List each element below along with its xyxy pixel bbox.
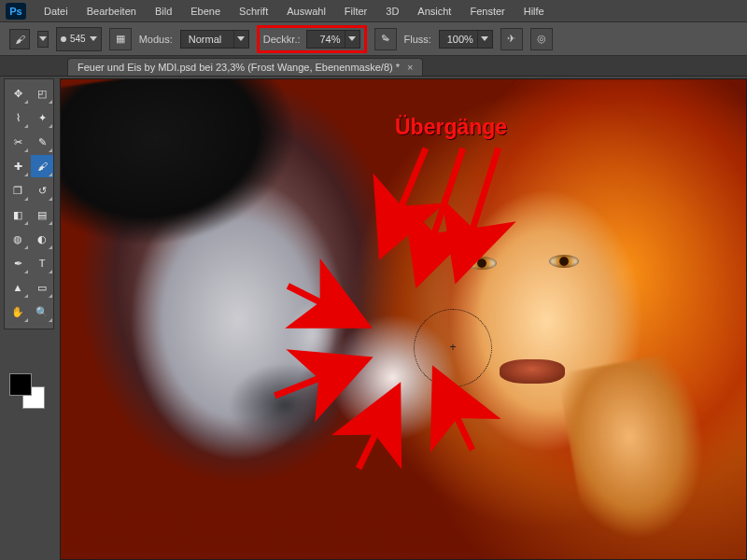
artwork-hand [557,348,737,558]
menu-view[interactable]: Ansicht [409,3,459,20]
mode-label: Modus: [139,34,173,45]
eraser-tool-icon: ◧ [13,209,22,221]
submenu-indicator-icon [49,124,52,128]
brush-panel-toggle[interactable]: ▦ [109,28,132,50]
artwork-eye [467,257,497,270]
submenu-indicator-icon [24,270,28,273]
pen-tool[interactable]: ✒ [7,252,29,274]
pressure-opacity-toggle[interactable]: ✎̶ [374,28,397,50]
chevron-down-icon [237,36,245,41]
blend-mode-combo[interactable]: Normal [180,30,249,49]
menu-window[interactable]: Fenster [461,3,513,20]
document-tab[interactable]: Feuer und Eis by MDI.psd bei 23,3% (Fros… [67,58,423,76]
flow-input[interactable]: 100% [439,30,493,49]
tool-panel: ✥◰⌇✦✂✎✚🖌❐↺◧▤◍◐✒T▲▭✋🔍 [4,78,54,329]
menu-filter[interactable]: Filter [336,3,375,20]
type-tool-icon: T [39,258,46,269]
chevron-down-icon [39,36,47,41]
gradient-tool-icon: ▤ [37,209,47,221]
brush-cursor [414,309,492,387]
menu-help[interactable]: Hilfe [515,3,553,20]
color-swatches[interactable] [9,373,49,413]
opacity-label: Deckkr.: [263,34,301,45]
zoom-tool-icon: 🔍 [35,306,49,318]
submenu-indicator-icon [24,173,28,176]
opacity-input[interactable]: 74% [306,30,360,49]
submenu-indicator-icon [24,100,28,104]
crop-tool-icon: ✂ [14,136,22,148]
path-select-tool-icon: ▲ [13,282,23,293]
chevron-down-icon [481,36,488,41]
menu-layer[interactable]: Ebene [182,3,229,20]
magic-wand-tool[interactable]: ✦ [31,106,53,129]
eyedropper-tool-icon: ✎ [38,136,47,148]
path-select-tool[interactable]: ▲ [7,276,29,299]
submenu-indicator-icon [49,197,52,201]
flow-value: 100% [440,34,477,45]
app-logo: Ps [6,3,26,20]
submenu-indicator-icon [24,318,28,322]
submenu-indicator-icon [49,221,52,225]
menu-image[interactable]: Bild [147,3,180,20]
type-tool[interactable]: T [31,252,53,274]
brush-tool[interactable]: 🖌 [31,155,53,177]
shape-tool-icon: ▭ [37,282,47,294]
magic-wand-tool-icon: ✦ [38,112,47,124]
pen-tool-icon: ✒ [14,258,22,270]
submenu-indicator-icon [49,294,52,298]
submenu-indicator-icon [24,245,28,249]
tool-preset-picker[interactable]: 🖌 [9,29,30,49]
brush-picker[interactable]: 545 [56,27,102,51]
blur-tool[interactable]: ◍ [7,228,29,250]
zoom-tool[interactable]: 🔍 [31,301,53,323]
hand-tool[interactable]: ✋ [7,301,29,323]
flow-label: Fluss: [404,34,431,45]
blend-mode-value: Normal [181,34,233,45]
pressure-size-toggle[interactable]: ◎ [530,28,553,50]
document-tab-title: Feuer und Eis by MDI.psd bei 23,3% (Fros… [78,62,400,73]
shape-tool[interactable]: ▭ [31,276,53,299]
gradient-tool[interactable]: ▤ [31,203,53,226]
panel-icon: ▦ [116,33,125,45]
submenu-indicator-icon [49,270,52,273]
marquee-tool[interactable]: ◰ [31,82,53,105]
healing-brush-tool[interactable]: ✚ [7,155,29,177]
menu-file[interactable]: Datei [35,3,77,20]
submenu-indicator-icon [49,100,52,104]
history-brush-tool[interactable]: ↺ [31,179,53,202]
eraser-tool[interactable]: ◧ [7,203,29,226]
airbrush-icon: ✈ [507,33,515,45]
dodge-tool[interactable]: ◐ [31,228,53,250]
submenu-indicator-icon [49,318,52,322]
menu-bar: Ps Datei Bearbeiten Bild Ebene Schrift A… [0,0,747,22]
crop-tool[interactable]: ✂ [7,131,29,153]
close-tab-icon[interactable]: × [407,62,413,73]
artwork-image: Übergänge [61,79,746,559]
move-tool[interactable]: ✥ [7,82,29,105]
opacity-value: 74% [307,34,345,45]
tool-preset-dropdown[interactable] [37,31,49,48]
brush-preview-dot [61,36,66,42]
lasso-tool[interactable]: ⌇ [7,106,29,129]
menu-select[interactable]: Auswahl [278,3,334,20]
airbrush-toggle[interactable]: ✈ [500,28,523,50]
canvas[interactable]: Übergänge [60,78,747,560]
chevron-down-icon [90,36,97,41]
menu-edit[interactable]: Bearbeiten [78,3,145,20]
submenu-indicator-icon [24,148,28,152]
submenu-indicator-icon [24,221,28,225]
foreground-color-swatch[interactable] [9,373,32,396]
history-brush-tool-icon: ↺ [38,185,47,197]
menu-3d[interactable]: 3D [377,3,407,20]
menu-type[interactable]: Schrift [231,3,276,20]
pressure-size-icon: ◎ [537,33,546,45]
marquee-tool-icon: ◰ [37,88,47,100]
brush-size-value: 545 [70,34,86,44]
eyedropper-tool[interactable]: ✎ [31,131,53,153]
lasso-tool-icon: ⌇ [16,112,21,124]
submenu-indicator-icon [24,197,28,201]
brush-tool-icon: 🖌 [37,161,48,172]
pressure-icon: ✎̶ [381,33,389,45]
blur-tool-icon: ◍ [13,233,22,245]
clone-stamp-tool[interactable]: ❐ [7,179,29,202]
